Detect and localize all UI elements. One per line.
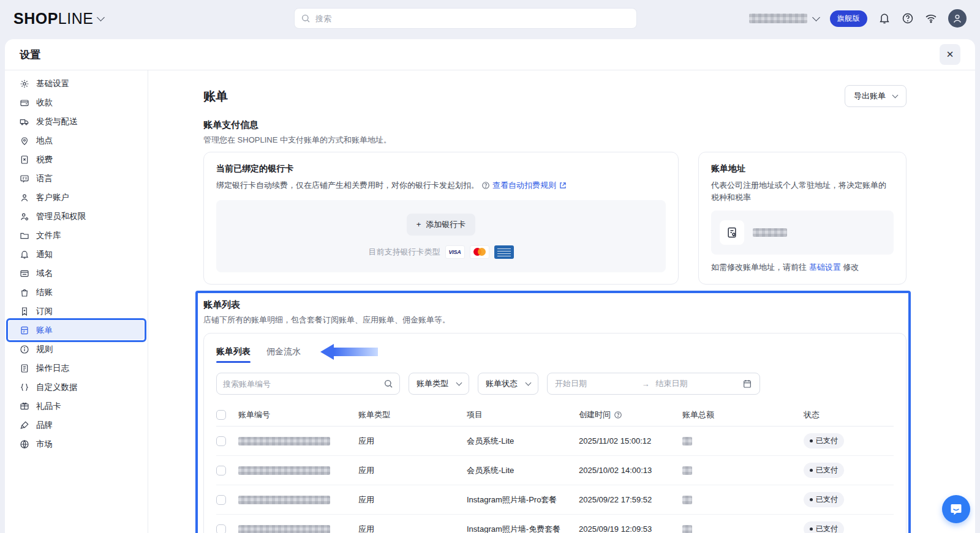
col-created-time: 创建时间	[579, 409, 611, 420]
status-dot	[810, 498, 813, 501]
notifications-bell-icon[interactable]	[878, 12, 891, 24]
sidebar-item-shipping[interactable]: 发货与配送	[9, 112, 144, 131]
settings-title: 设置	[20, 48, 40, 62]
bill-number-search-input[interactable]	[223, 379, 379, 389]
sidebar-item-gift-cards[interactable]: 礼品卡	[9, 397, 144, 416]
sidebar-item-label: 结账	[36, 287, 53, 298]
shopline-logo[interactable]: SHOPLINE	[13, 10, 104, 28]
billing-address-value	[711, 211, 894, 255]
col-project: 项目	[467, 409, 579, 420]
sidebar-item-general[interactable]: 基础设置	[9, 74, 144, 93]
sidebar-item-domains[interactable]: 域名	[9, 264, 144, 283]
chevron-down-icon	[97, 13, 105, 21]
main-content: 账单 导出账单 账单支付信息 管理您在 SHOPLINE 中支付账单的方式和账单…	[148, 70, 975, 533]
invoice-icon	[20, 326, 29, 335]
select-all-checkbox[interactable]	[216, 410, 226, 420]
brush-icon	[20, 420, 29, 430]
help-icon[interactable]	[902, 12, 914, 24]
global-search[interactable]	[294, 8, 637, 29]
billing-address-title: 账单地址	[711, 163, 894, 174]
sidebar-item-payments[interactable]: 收款	[9, 93, 144, 112]
logo-text-light: LINE	[58, 10, 94, 27]
bill-status-select[interactable]: 账单状态	[478, 373, 538, 395]
sidebar-item-taxes[interactable]: 税费	[9, 150, 144, 169]
support-chat-button[interactable]	[942, 495, 970, 523]
sidebar-item-label: 地点	[36, 135, 53, 146]
created-time-cell: 2025/09/19 12:09:53	[579, 524, 682, 533]
close-icon[interactable]: ✕	[940, 44, 960, 65]
bell-icon	[20, 250, 29, 259]
end-date-placeholder: 结束日期	[656, 378, 688, 389]
redacted-store-name	[749, 13, 807, 23]
chevron-down-icon	[892, 92, 899, 99]
visa-logo: VISA	[445, 245, 465, 259]
project-cell: 会员系统-Lite	[467, 436, 579, 447]
document-icon	[20, 363, 29, 373]
tab-commission-flow[interactable]: 佣金流水	[266, 346, 301, 363]
sidebar-item-custom-data[interactable]: 自定义数据	[9, 378, 144, 397]
row-checkbox[interactable]	[216, 524, 226, 533]
gift-card-icon	[20, 401, 29, 411]
bag-icon	[20, 288, 29, 297]
search-icon	[301, 13, 311, 23]
calendar-icon	[742, 379, 752, 389]
row-checkbox[interactable]	[216, 495, 226, 505]
bill-type-cell: 应用	[358, 524, 467, 533]
sidebar-item-locations[interactable]: 地点	[9, 131, 144, 150]
annotation-arrow-left	[320, 345, 378, 359]
account-switcher[interactable]	[749, 13, 819, 23]
add-bank-card-button[interactable]: + 添加银行卡	[407, 214, 476, 236]
globe-icon	[20, 439, 29, 449]
sidebar-item-subscription[interactable]: 订阅	[9, 302, 144, 321]
general-settings-link[interactable]: 基础设置	[809, 263, 841, 272]
amex-logo	[494, 245, 514, 259]
bill-type-select[interactable]: 账单类型	[409, 373, 469, 395]
sidebar-item-customer-accounts[interactable]: 客户账户	[9, 188, 144, 207]
tab-billing-list[interactable]: 账单列表	[216, 346, 251, 363]
sidebar-item-label: 规则	[36, 344, 53, 355]
bill-type-cell: 应用	[358, 436, 467, 447]
sidebar-item-checkout[interactable]: 结账	[9, 283, 144, 302]
bookmark-plus-icon	[20, 307, 29, 316]
sidebar-item-label: 通知	[36, 249, 53, 260]
global-search-input[interactable]	[315, 14, 630, 23]
status-dot	[810, 439, 813, 442]
export-bills-button[interactable]: 导出账单	[845, 85, 907, 107]
help-circle-icon[interactable]	[614, 411, 622, 419]
sidebar-item-logs[interactable]: 操作日志	[9, 359, 144, 378]
status-badge: 已支付	[804, 433, 844, 449]
user-avatar[interactable]	[948, 9, 967, 28]
sidebar-item-admins[interactable]: 管理员和权限	[9, 207, 144, 226]
top-navbar: SHOPLINE 旗舰版	[0, 0, 980, 37]
date-range-picker[interactable]: 开始日期 → 结束日期	[547, 373, 760, 395]
sidebar-item-notifications[interactable]: 通知	[9, 245, 144, 264]
sidebar-item-languages[interactable]: 语言	[9, 169, 144, 188]
sidebar-item-billing[interactable]: 账单	[9, 321, 144, 340]
info-circle-icon	[20, 345, 29, 354]
bound-card-description: 绑定银行卡自动续费，仅在店铺产生相关费用时，对你的银行卡发起划扣。	[216, 179, 479, 192]
sidebar-item-brand[interactable]: 品牌	[9, 416, 144, 434]
row-checkbox[interactable]	[216, 436, 226, 446]
sidebar-item-files[interactable]: 文件库	[9, 226, 144, 245]
external-link-icon	[559, 181, 567, 190]
sidebar-item-label: 礼品卡	[36, 401, 61, 412]
payment-info-description: 管理您在 SHOPLINE 中支付账单的方式和账单地址。	[203, 135, 907, 146]
sidebar-item-label: 管理员和权限	[36, 211, 86, 222]
redacted-bill-number	[238, 466, 330, 475]
sidebar-item-markets[interactable]: 市场	[9, 434, 144, 453]
sidebar-item-rules[interactable]: 规则	[9, 340, 144, 359]
help-circle-icon[interactable]	[481, 181, 490, 190]
browser-icon	[20, 269, 29, 278]
billing-list-section: 账单列表 店铺下所有的账单明细，包含套餐订阅账单、应用账单、佣金账单等。 账单列…	[203, 299, 907, 533]
row-checkbox[interactable]	[216, 466, 226, 475]
address-document-icon	[720, 220, 744, 245]
sidebar-item-label: 账单	[36, 325, 53, 336]
network-wifi-icon[interactable]	[925, 12, 937, 24]
supported-cards-label: 目前支持银行卡类型	[369, 247, 440, 258]
bound-card-title: 当前已绑定的银行卡	[216, 163, 666, 174]
col-bill-type: 账单类型	[358, 409, 467, 420]
bill-number-search[interactable]	[216, 373, 400, 395]
sidebar-item-label: 客户账户	[36, 192, 69, 203]
auto-debit-rules-link[interactable]: 查看自动扣费规则	[492, 179, 556, 192]
sidebar-item-label: 税费	[36, 154, 53, 165]
